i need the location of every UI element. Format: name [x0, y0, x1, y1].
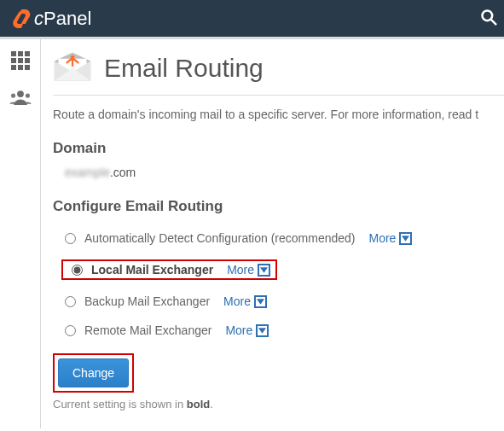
option-auto[interactable]: Automatically Detect Configuration (reco… [53, 224, 504, 253]
more-toggle-local[interactable]: More [227, 263, 270, 277]
brand-name: cPanel [34, 8, 91, 30]
footnote-bold: bold [187, 398, 210, 411]
intro-text: Route a domain's incoming mail to a spec… [53, 108, 504, 121]
more-toggle-backup[interactable]: More [223, 294, 267, 308]
domain-value: example.com [65, 166, 504, 179]
svg-point-0 [483, 11, 493, 21]
change-button[interactable]: Change [58, 358, 129, 387]
topbar: cPanel [0, 0, 504, 39]
svg-marker-12 [257, 299, 264, 304]
chevron-down-icon [258, 264, 270, 277]
svg-line-1 [491, 20, 495, 24]
option-local-row: Local Mail Exchanger More [53, 253, 504, 287]
radio-local[interactable] [72, 265, 83, 276]
svg-point-4 [25, 93, 29, 97]
routing-heading: Configure Email Routing [53, 198, 504, 215]
sidebar [0, 39, 41, 428]
domain-heading: Domain [53, 140, 504, 157]
page-header: Email Routing [53, 50, 504, 95]
change-highlight: Change [53, 353, 134, 393]
more-label: More [368, 231, 396, 245]
option-local-highlight: Local Mail Exchanger More [61, 259, 277, 280]
routing-options: Automatically Detect Configuration (reco… [53, 224, 504, 345]
users-icon[interactable] [9, 89, 32, 108]
radio-backup[interactable] [65, 296, 76, 307]
divider [53, 95, 504, 96]
more-label: More [227, 263, 254, 277]
domain-suffix: .com [110, 166, 136, 179]
email-routing-icon [53, 50, 92, 86]
svg-point-2 [17, 90, 24, 97]
footnote-suffix: . [210, 398, 213, 411]
svg-marker-11 [260, 267, 268, 272]
option-backup[interactable]: Backup Mail Exchanger More [53, 287, 504, 316]
main-content: Email Routing Route a domain's incoming … [41, 39, 504, 428]
apps-grid-icon[interactable] [11, 51, 30, 70]
chevron-down-icon [256, 324, 269, 337]
radio-auto[interactable] [65, 233, 76, 244]
option-label: Automatically Detect Configuration (reco… [84, 231, 355, 245]
more-label: More [223, 294, 251, 308]
search-icon[interactable] [480, 9, 497, 30]
footnote-prefix: Current setting is shown in [53, 398, 187, 411]
cpanel-mark-icon [10, 9, 31, 29]
page-title: Email Routing [104, 54, 264, 83]
brand-logo[interactable]: cPanel [10, 8, 91, 30]
more-label: More [225, 323, 252, 337]
chevron-down-icon [254, 295, 267, 308]
svg-marker-10 [402, 236, 409, 241]
more-toggle-auto[interactable]: More [368, 231, 412, 245]
chevron-down-icon [399, 232, 412, 245]
option-label: Remote Mail Exchanger [84, 323, 211, 337]
more-toggle-remote[interactable]: More [225, 323, 269, 337]
option-label: Local Mail Exchanger [91, 263, 213, 277]
svg-point-9 [71, 55, 75, 60]
option-remote[interactable]: Remote Mail Exchanger More [53, 316, 504, 345]
option-label: Backup Mail Exchanger [84, 294, 210, 308]
footnote: Current setting is shown in bold. [53, 398, 504, 411]
svg-point-3 [10, 93, 14, 97]
domain-blurred: example [65, 166, 110, 179]
radio-remote[interactable] [65, 325, 76, 336]
svg-marker-13 [258, 328, 266, 333]
